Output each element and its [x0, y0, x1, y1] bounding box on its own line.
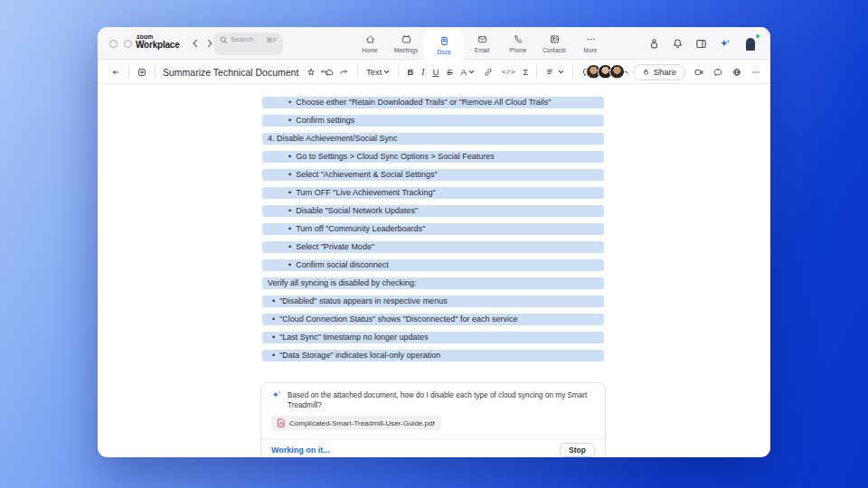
formula-button[interactable]: Σ [523, 67, 528, 77]
strikethrough-button[interactable]: S [447, 67, 452, 77]
bullet-marker: • [288, 151, 291, 163]
notifications-button[interactable] [671, 37, 684, 51]
chevron-right-icon [205, 39, 214, 48]
chevron-down-icon [468, 69, 475, 75]
doc-line[interactable]: •Disable "Social Network Updates" [262, 205, 604, 217]
email-icon [476, 33, 488, 45]
doc-line[interactable]: •"Disabled" status appears in respective… [262, 296, 604, 307]
doc-line-text: "Last Sync" timestamp no longer updates [279, 332, 428, 343]
tab-phone[interactable]: Phone [500, 27, 536, 60]
doc-line[interactable]: •Select "Private Mode" [262, 241, 604, 253]
doc-line[interactable]: •Turn off "Community Leaderboards" [262, 223, 604, 235]
bold-button[interactable]: B [407, 67, 413, 77]
topbar-right-actions [647, 27, 760, 60]
chat-bubble-icon[interactable] [712, 67, 723, 78]
text-color-dropdown[interactable]: A [461, 67, 475, 77]
doc-line[interactable]: •Go to Settings > Cloud Sync Options > S… [262, 151, 604, 163]
divider [357, 66, 358, 78]
divider [155, 66, 156, 78]
ai-question-text: Based on the attached document, how do I… [288, 390, 595, 410]
doc-line[interactable]: •Confirm social disconnect [262, 259, 604, 271]
bullet-marker: • [272, 350, 275, 361]
tab-more[interactable]: More [572, 27, 609, 60]
divider [398, 66, 399, 78]
share-button[interactable]: Share [633, 64, 685, 80]
doc-line-text: Select "Private Mode" [296, 241, 374, 253]
doc-line[interactable]: •Turn OFF "Live Achievement Tracking" [262, 187, 604, 199]
global-search-input[interactable]: Search ⌘F [214, 33, 283, 55]
star-icon[interactable] [306, 67, 316, 78]
doc-line-text: Confirm settings [296, 115, 354, 127]
doc-line-text: Turn OFF "Live Achievement Tracking" [296, 187, 436, 199]
doc-line-text: "Cloud Connection Status" shows "Disconn… [279, 314, 517, 325]
doc-line[interactable]: •"Cloud Connection Status" shows "Discon… [262, 314, 604, 325]
tab-home[interactable]: Home [352, 27, 388, 60]
code-block-button[interactable]: </> [502, 68, 514, 76]
bullet-marker: • [288, 187, 291, 199]
bullet-marker: • [288, 169, 291, 181]
tab-meetings[interactable]: Meetings [388, 27, 424, 60]
doc-home-icon[interactable] [137, 67, 147, 78]
doc-toolbar-right: Share [586, 60, 761, 84]
attachment-filename: Complicated-Smart-Treadmill-User-Guide.p… [289, 419, 435, 427]
doc-line-text: "Data Storage" indicates local-only oper… [279, 350, 440, 361]
doc-line-text: Choose either "Retain Downloaded Trails"… [296, 97, 551, 108]
link-icon[interactable] [483, 67, 494, 78]
pdf-file-icon [278, 418, 285, 427]
docs-icon [439, 35, 450, 47]
doc-line-text: Verify all syncing is disabled by checki… [268, 277, 417, 289]
list-style-dropdown[interactable] [545, 67, 564, 78]
user-avatar[interactable] [741, 34, 760, 52]
divider [572, 66, 573, 78]
side-panel-button[interactable] [694, 37, 708, 51]
lock-icon [642, 68, 650, 76]
contacts-icon [549, 33, 561, 45]
ai-companion-button[interactable] [718, 37, 731, 51]
doc-line[interactable]: •Confirm settings [262, 115, 604, 127]
doc-line[interactable]: •Select "Achievement & Social Settings" [262, 169, 604, 181]
underline-button[interactable]: U [432, 67, 439, 77]
doc-line-text: Confirm social disconnect [296, 259, 389, 271]
doc-line-text: 4. Disable Achievement/Social Sync [268, 133, 398, 145]
document-title[interactable]: Summarize Technical Document [163, 67, 298, 78]
calendar-icon [401, 33, 412, 45]
bullet-marker: • [272, 314, 275, 325]
close-window-button[interactable] [109, 40, 118, 48]
doc-line-text: Turn off "Community Leaderboards" [296, 223, 425, 235]
doc-line[interactable]: •"Last Sync" timestamp no longer updates [262, 332, 604, 343]
doc-line[interactable]: •Choose either "Retain Downloaded Trails… [262, 97, 604, 108]
phone-icon [513, 33, 524, 45]
doc-line[interactable]: •"Data Storage" indicates local-only ope… [262, 350, 604, 361]
history-back-button[interactable] [189, 37, 202, 50]
formatting-toolbar: Text B I U S A </> Σ [319, 60, 631, 84]
clock-button[interactable] [647, 37, 661, 51]
tab-contacts[interactable]: Contacts [536, 27, 572, 60]
stop-button[interactable]: Stop [560, 443, 595, 457]
ai-sparkle-icon [271, 390, 281, 400]
search-shortcut: ⌘F [266, 36, 278, 44]
tab-email[interactable]: Email [464, 27, 500, 60]
undo-icon[interactable] [319, 67, 330, 78]
italic-button[interactable]: I [421, 68, 424, 77]
video-camera-icon[interactable] [693, 67, 704, 78]
back-arrow-icon[interactable] [110, 67, 121, 78]
divider [128, 66, 129, 78]
doc-line[interactable]: 4. Disable Achievement/Social Sync [262, 133, 604, 145]
tab-docs[interactable]: Docs [424, 30, 464, 60]
collaborator-avatars[interactable] [586, 64, 625, 80]
more-options-icon[interactable] [750, 67, 761, 78]
zoom-workplace-logo: zoom Workplace [136, 33, 180, 50]
minimize-window-button[interactable] [124, 40, 132, 48]
list-icon [545, 67, 556, 78]
document-canvas[interactable]: •Choose either "Retain Downloaded Trails… [98, 84, 770, 456]
document-rows: •Choose either "Retain Downloaded Trails… [262, 97, 604, 368]
globe-icon[interactable] [731, 67, 742, 78]
doc-line[interactable]: Verify all syncing is disabled by checki… [262, 277, 604, 289]
bullet-marker: • [288, 97, 291, 108]
main-navigation: Home Meetings Docs Email Phone Contacts [352, 27, 609, 60]
redo-icon[interactable] [338, 67, 349, 78]
bullet-marker: • [288, 115, 291, 127]
more-dots-icon [585, 33, 597, 45]
attachment-chip[interactable]: Complicated-Smart-Treadmill-User-Guide.p… [271, 416, 441, 430]
text-style-dropdown[interactable]: Text [366, 67, 390, 77]
